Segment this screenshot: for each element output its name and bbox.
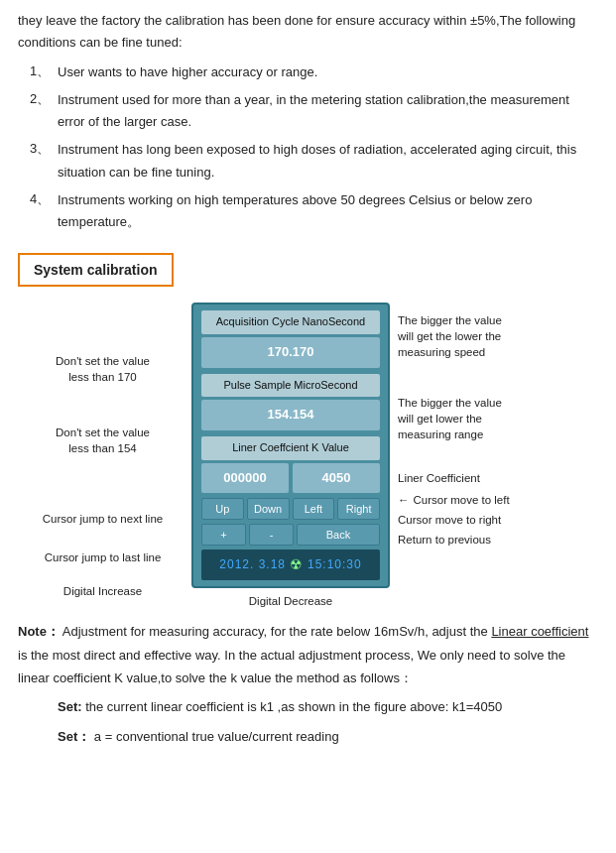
acq-value: 170.170: [201, 337, 380, 368]
minus-button[interactable]: -: [249, 524, 294, 546]
list-item: 3、 Instrument has long been exposed to h…: [18, 139, 598, 183]
left-button[interactable]: Left: [293, 498, 335, 520]
right-label-4: ← Cursor move to left: [398, 492, 554, 508]
list-num: 3、: [30, 139, 58, 183]
set2-text: a = conventional true value/current read…: [94, 729, 339, 744]
action-buttons[interactable]: + - Back: [201, 524, 380, 546]
list-item: 1、 User wants to have higher accuracy or…: [18, 61, 598, 83]
left-label-5: Digital Increase: [18, 576, 187, 606]
note-section: Note： Adjustment for measuring accuracy,…: [18, 620, 598, 748]
calibration-diagram: Don't set the value less than 170 Don't …: [18, 303, 598, 610]
list-content: User wants to have higher accuracy or ra…: [58, 61, 598, 83]
back-button[interactable]: Back: [297, 524, 380, 546]
datetime-display: 2012. 3.18 ☢ 15:10:30: [201, 549, 380, 579]
left-label-4: Cursor jump to last line: [18, 543, 187, 572]
list-num: 4、: [30, 189, 58, 233]
pulse-label: Pulse Sample MicroSecond: [201, 374, 380, 398]
right-label-6: Return to previous: [398, 532, 554, 548]
nav-buttons[interactable]: Up Down Left Right: [201, 498, 380, 520]
plus-button[interactable]: +: [201, 524, 246, 546]
right-button[interactable]: Right: [337, 498, 380, 520]
list-content: Instrument has long been exposed to high…: [58, 139, 598, 183]
down-button[interactable]: Down: [247, 498, 290, 520]
set2-label: Set：: [58, 729, 90, 744]
list-content: Instrument used for more than a year, in…: [58, 89, 598, 133]
set1-text: the current linear coefficient is k1 ,as…: [85, 699, 502, 714]
up-button[interactable]: Up: [201, 498, 244, 520]
left-labels-col: Don't set the value less than 170 Don't …: [18, 303, 191, 606]
list-item: 2、 Instrument used for more than a year,…: [18, 89, 598, 133]
right-labels-col: The bigger the value will get the lower …: [390, 303, 554, 555]
right-label-2: The bigger the value will get lower the …: [398, 395, 554, 442]
right-label-3: Liner Coefficient: [398, 470, 554, 486]
right-label-1: The bigger the value will get the lower …: [398, 312, 554, 360]
left-label-1: Don't set the value less than 170: [18, 338, 187, 400]
list-item: 4、 Instruments working on high temperatu…: [18, 189, 598, 233]
acq-label: Acquisition Cycle NanoSecond: [201, 310, 380, 334]
left-label-3: Cursor jump to next line: [18, 499, 187, 539]
intro-text: they leave the factory the calibration h…: [18, 10, 598, 54]
liner-label: Liner Coeffcient K Value: [201, 436, 380, 460]
cursor-left-arrow-icon: ←: [398, 492, 410, 508]
note-text1: Adjustment for measuring accuracy, for t…: [62, 624, 492, 639]
linear-coefficient-link[interactable]: Linear coefficient: [491, 624, 588, 639]
list-num: 1、: [30, 61, 58, 83]
set1-label: Set:: [58, 699, 82, 714]
panel-box: Acquisition Cycle NanoSecond 170.170 Pul…: [191, 303, 390, 588]
set-line-1: Set: the current linear coefficient is k…: [18, 695, 598, 718]
liner-val2: 4050: [293, 463, 380, 494]
note-text2: is the most direct and effective way. In…: [18, 648, 565, 685]
list-num: 2、: [30, 89, 58, 133]
note-prefix: Note：: [18, 624, 60, 639]
right-label-5: Cursor move to right: [398, 512, 554, 528]
control-panel: Acquisition Cycle NanoSecond 170.170 Pul…: [191, 303, 390, 610]
list-content: Instruments working on high temperatures…: [58, 189, 598, 233]
set-line-2: Set： a = conventional true value/current…: [18, 725, 598, 748]
list: 1、 User wants to have higher accuracy or…: [18, 61, 598, 233]
liner-val1: 000000: [201, 463, 289, 494]
liner-values: 000000 4050: [201, 463, 380, 494]
left-label-2: Don't set the value less than 154: [18, 410, 187, 471]
section-title: System calibration: [18, 253, 174, 287]
digital-decrease-label: Digital Decrease: [249, 592, 332, 610]
pulse-value: 154.154: [201, 400, 380, 430]
radiation-icon: ☢: [290, 553, 304, 575]
